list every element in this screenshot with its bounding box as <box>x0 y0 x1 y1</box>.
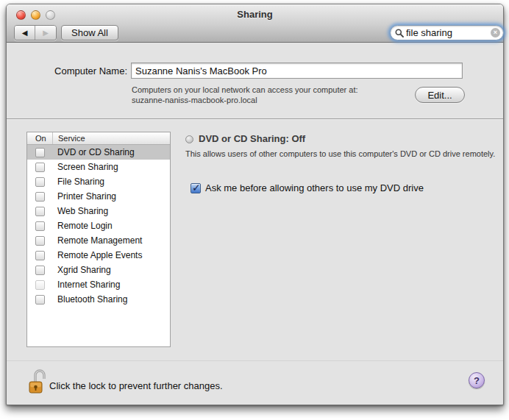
service-description: This allows users of other computers to … <box>185 149 498 159</box>
service-name: Internet Sharing <box>57 280 120 290</box>
show-all-button[interactable]: Show All <box>61 25 118 40</box>
table-row[interactable]: Remote Login <box>27 218 170 233</box>
forward-button[interactable]: ▶ <box>35 26 56 40</box>
status-indicator-icon <box>185 135 193 143</box>
service-name: Remote Login <box>57 221 113 231</box>
title-bar[interactable]: Sharing ◀ ▶ Show All × <box>7 4 503 43</box>
service-name: Screen Sharing <box>57 162 118 172</box>
services-table-header: On Service <box>27 132 170 145</box>
ask-checkbox[interactable] <box>191 183 201 193</box>
lock-text: Click the lock to prevent further change… <box>49 380 223 391</box>
window-title: Sharing <box>7 9 503 20</box>
table-row[interactable]: Remote Apple Events <box>27 248 170 263</box>
service-name: Remote Management <box>57 235 142 246</box>
table-row[interactable]: Remote Management <box>27 233 170 248</box>
service-checkbox[interactable] <box>35 266 45 275</box>
table-row[interactable]: Internet Sharing <box>27 277 170 292</box>
service-checkbox[interactable] <box>35 163 45 172</box>
note-line-2: suzanne-naniss-macbook-pro.local <box>132 95 358 105</box>
service-name: Remote Apple Events <box>57 250 142 260</box>
service-checkbox[interactable] <box>35 192 45 202</box>
column-header-on[interactable]: On <box>27 132 53 144</box>
back-icon: ◀ <box>22 29 28 37</box>
service-checkbox[interactable] <box>35 148 45 157</box>
table-row[interactable]: Screen Sharing <box>27 160 170 174</box>
table-row[interactable]: Web Sharing <box>27 204 170 218</box>
service-checkbox[interactable] <box>35 221 45 231</box>
service-name: Web Sharing <box>57 206 108 216</box>
service-name: Bluetooth Sharing <box>57 294 127 305</box>
computer-name-input[interactable] <box>131 63 463 79</box>
service-name: DVD or CD Sharing <box>57 147 135 157</box>
service-checkbox[interactable] <box>35 295 45 305</box>
service-name: File Sharing <box>57 177 104 187</box>
lock-icon[interactable] <box>29 368 46 396</box>
ask-checkbox-label: Ask me before allowing others to use my … <box>205 182 424 193</box>
back-button[interactable]: ◀ <box>15 26 35 40</box>
ask-before-row[interactable]: Ask me before allowing others to use my … <box>191 182 424 193</box>
clear-search-icon[interactable]: × <box>491 28 500 38</box>
forward-icon: ▶ <box>43 29 49 37</box>
services-table: On Service DVD or CD SharingScreen Shari… <box>26 132 171 347</box>
service-name: Xgrid Sharing <box>57 265 111 275</box>
search-icon <box>395 29 404 38</box>
service-checkbox[interactable] <box>35 280 45 290</box>
footer-divider <box>7 360 503 361</box>
sharing-window: Sharing ◀ ▶ Show All × Computer Name: Co… <box>6 4 504 405</box>
service-status-title: DVD or CD Sharing: Off <box>199 133 305 144</box>
service-table-body: DVD or CD SharingScreen SharingFile Shar… <box>27 145 170 307</box>
search-input[interactable] <box>406 27 491 38</box>
table-row[interactable]: Xgrid Sharing <box>27 263 170 277</box>
service-name: Printer Sharing <box>57 191 116 202</box>
table-row[interactable]: Printer Sharing <box>27 189 170 204</box>
column-header-service[interactable]: Service <box>53 132 170 144</box>
computer-name-label: Computer Name: <box>29 65 127 76</box>
service-checkbox[interactable] <box>35 251 45 260</box>
note-line-1: Computers on your local network can acce… <box>132 85 358 95</box>
table-row[interactable]: DVD or CD Sharing <box>27 145 170 160</box>
nav-buttons: ◀ ▶ <box>14 25 57 40</box>
service-checkbox[interactable] <box>35 207 45 216</box>
help-button[interactable]: ? <box>469 372 485 388</box>
service-checkbox[interactable] <box>35 236 45 246</box>
service-checkbox[interactable] <box>35 177 45 187</box>
section-divider <box>7 118 503 120</box>
local-network-note: Computers on your local network can acce… <box>132 85 358 105</box>
table-row[interactable]: Bluetooth Sharing <box>27 292 170 307</box>
search-field[interactable]: × <box>390 25 504 40</box>
table-row[interactable]: File Sharing <box>27 174 170 189</box>
edit-button[interactable]: Edit... <box>415 87 465 103</box>
